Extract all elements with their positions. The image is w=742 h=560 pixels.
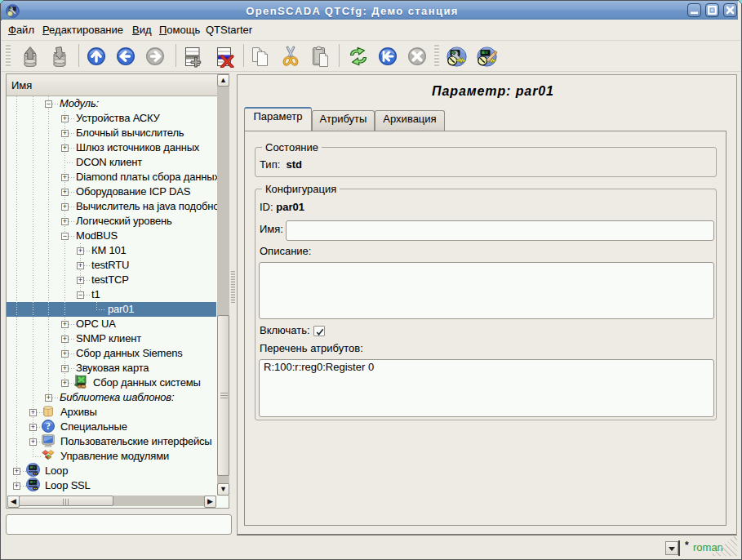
svg-text:?: ? xyxy=(46,420,51,432)
